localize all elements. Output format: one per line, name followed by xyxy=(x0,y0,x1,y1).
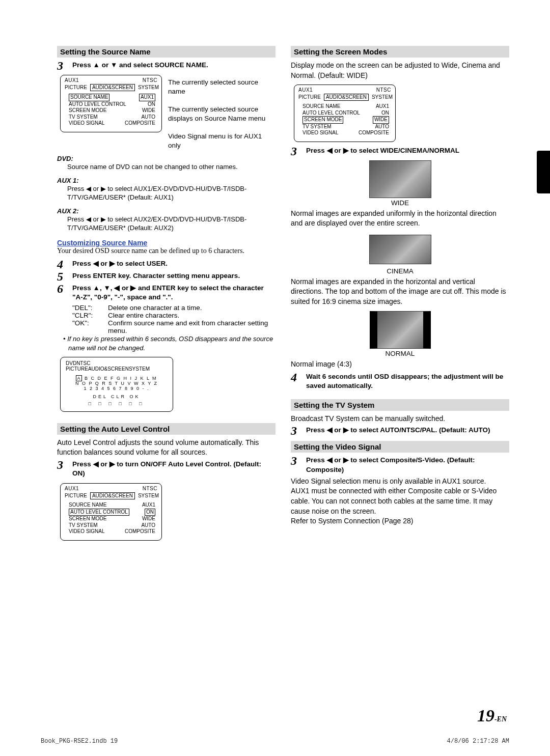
alc-body: Auto Level Control adjusts the sound vol… xyxy=(57,438,276,458)
step-5: 5 xyxy=(57,271,67,282)
step-5-text: Press ENTER key. Character setting menu … xyxy=(72,271,240,282)
wide-image xyxy=(369,160,431,198)
normal-body: Normal image (4:3) xyxy=(291,359,509,370)
cinema-label: CINEMA xyxy=(291,267,509,275)
step-4-text: Press ◀ or ▶ to select USER. xyxy=(72,259,168,269)
cinema-body: Normal images are expanded in the horizo… xyxy=(291,277,509,307)
section-screen-modes: Setting the Screen Modes xyxy=(291,46,509,58)
tv-step-3: 3 xyxy=(291,426,301,436)
osd-auto-level: AUX1NTSC PICTUREAUDIO&SCREENSYSTEM SOURC… xyxy=(60,483,162,541)
customizing-body: Your desired OSD source name can be defi… xyxy=(57,247,276,255)
normal-image xyxy=(370,311,431,349)
vs-body: Video Signal selection menu is only avai… xyxy=(291,477,509,526)
screen-modes-body: Display mode on the screen can be adjust… xyxy=(291,61,509,80)
step-3-text: Press ▲ or ▼ and select SOURCE NAME. xyxy=(72,61,208,71)
step-6-text: Press ▲, ▼, ◀ or ▶ and ENTER key to sele… xyxy=(72,284,276,302)
alc-step-3: 3 xyxy=(57,460,67,478)
tv-body: Broadcast TV System can be manually swit… xyxy=(291,414,509,424)
section-auto-level: Setting the Auto Level Control xyxy=(57,423,276,435)
aux2-heading: AUX 2: xyxy=(57,207,276,215)
dvd-heading: DVD: xyxy=(57,155,276,162)
normal-label: NORMAL xyxy=(291,350,509,357)
sm-step-4: 4 xyxy=(291,372,301,390)
osd-char-entry: DVDNTSC PICTUREAUDIO&SCREENSYSTEM AA B C… xyxy=(60,357,173,412)
caption-2: The currently selected source displays o… xyxy=(168,105,276,123)
sm-step-3-text: Press ◀ or ▶ to select WIDE/CINEMA/NORMA… xyxy=(306,146,459,156)
aux1-heading: AUX 1: xyxy=(57,177,276,184)
vs-step-3-text: Press ◀ or ▶ to select Composite/S-Video… xyxy=(306,456,509,474)
wide-label: WIDE xyxy=(291,199,509,207)
note-osd-timeout: • If no key is pressed within 6 seconds,… xyxy=(68,334,276,352)
left-column: Setting the Source Name 3 Press ▲ or ▼ a… xyxy=(57,46,276,541)
cinema-image xyxy=(369,235,431,264)
aux1-body: Press ◀ or ▶ to select AUX1/EX-DVD/DVD-H… xyxy=(67,184,276,202)
sm-step-3: 3 xyxy=(291,146,301,156)
footer-right: 4/8/06 2:17:28 AM xyxy=(447,738,509,745)
sm-step-4-text: Wait 6 seconds until OSD disappears; the… xyxy=(306,372,509,390)
customizing-heading: Customizing Source Name xyxy=(57,239,276,247)
section-tv-system: Setting the TV System xyxy=(291,399,509,411)
side-tab xyxy=(537,151,550,193)
section-video-signal: Setting the Video Signal xyxy=(291,441,509,453)
section-source-name: Setting the Source Name xyxy=(57,46,276,58)
step-6: 6 xyxy=(57,284,67,302)
vs-step-3: 3 xyxy=(291,456,301,474)
right-column: Setting the Screen Modes Display mode on… xyxy=(291,46,509,541)
step-3: 3 xyxy=(57,61,67,71)
caption-1: The currently selected source name xyxy=(168,78,276,96)
step-4: 4 xyxy=(57,259,67,269)
page-number: 19-EN xyxy=(477,706,507,725)
footer: Book_PKG-RSE2.indb 19 4/8/06 2:17:28 AM xyxy=(41,738,509,745)
wide-body: Normal images are expanded uniformly in … xyxy=(291,209,509,229)
tv-step-3-text: Press ◀ or ▶ to select AUTO/NTSC/PAL. (D… xyxy=(306,426,490,436)
alc-step-3-text: Press ◀ or ▶ to turn ON/OFF Auto Level C… xyxy=(72,460,276,478)
footer-left: Book_PKG-RSE2.indb 19 xyxy=(41,738,118,745)
aux2-body: Press ◀ or ▶ to select AUX2/EX-DVD/DVD-H… xyxy=(67,215,276,233)
osd-source-name: AUX1NTSC PICTUREAUDIO&SCREENSYSTEM SOURC… xyxy=(60,75,162,132)
caption-3: Video Signal menu is for AUX1 only xyxy=(168,132,276,150)
cmd-table: "DEL":Delete one character at a time. "C… xyxy=(72,304,276,334)
dvd-body: Source name of DVD can not be changed to… xyxy=(67,162,276,172)
osd-screen-mode: AUX1NTSC PICTUREAUDIO&SCREENSYSTEM SOURC… xyxy=(294,85,396,142)
